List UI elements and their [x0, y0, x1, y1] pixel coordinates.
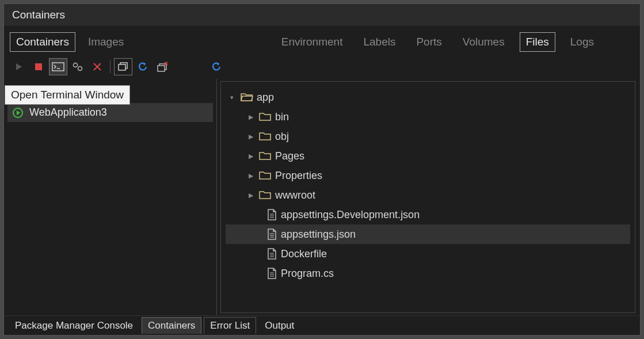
remove-button[interactable]: [88, 58, 106, 75]
tree-file-appsettings-dev[interactable]: appsettings.Development.json: [226, 205, 630, 224]
tree-folder-app[interactable]: ▾ app: [226, 87, 630, 107]
bottom-tab-error-list[interactable]: Error List: [204, 317, 256, 334]
tooltip-open-terminal: Open Terminal Window: [5, 85, 130, 105]
tab-logs[interactable]: Logs: [565, 33, 600, 51]
stop-icon: [35, 63, 43, 71]
view-tabs: Containers Images: [10, 32, 129, 52]
refresh-icon: [137, 61, 148, 73]
file-icon: [267, 209, 277, 220]
expander-icon: ▶: [249, 133, 256, 140]
svg-rect-7: [158, 66, 165, 71]
window-title: Containers: [4, 4, 640, 26]
play-icon: [14, 62, 24, 71]
window-title-text: Containers: [12, 9, 65, 21]
detail-tabs: Environment Labels Ports Volumes Files L…: [276, 32, 634, 52]
tree-folder-bin[interactable]: ▶ bin: [226, 107, 630, 127]
close-icon: [93, 62, 102, 71]
file-icon: [267, 248, 277, 260]
tree-folder-pages[interactable]: ▶ Pages: [226, 146, 630, 166]
container-item[interactable]: WebApplication3: [7, 103, 213, 122]
file-label: Program.cs: [281, 268, 334, 280]
folder-open-icon: [241, 92, 253, 102]
folder-label: wwwroot: [275, 189, 315, 201]
tree-file-program[interactable]: Program.cs: [226, 264, 630, 283]
tabs-row: Containers Images Environment Labels Por…: [4, 26, 640, 55]
bottom-tabs: Package Manager Console Containers Error…: [4, 315, 640, 335]
containers-list-panel: s WebApplication3: [4, 79, 217, 315]
tree-folder-wwwroot[interactable]: ▶ wwwroot: [226, 185, 630, 205]
svg-rect-5: [119, 64, 125, 70]
bottom-tab-containers[interactable]: Containers: [142, 317, 201, 334]
stop-button[interactable]: [29, 58, 48, 75]
gears-icon: [72, 62, 83, 72]
folder-label: obj: [275, 131, 289, 143]
tree-folder-properties[interactable]: ▶ Properties: [226, 166, 630, 185]
toolbar-right: [207, 58, 226, 75]
tab-ports[interactable]: Ports: [410, 33, 447, 51]
expander-icon: ▶: [249, 153, 256, 160]
tab-environment[interactable]: Environment: [276, 33, 349, 51]
toolbar-left: [10, 58, 172, 75]
tree-file-dockerfile[interactable]: Dockerfile: [226, 244, 630, 264]
file-label: appsettings.Development.json: [281, 209, 420, 221]
windows-icon: [117, 62, 129, 72]
expander-icon: ▶: [249, 172, 256, 180]
main-area: s WebApplication3 ▾ app ▶ bin ▶ obj: [4, 79, 640, 315]
prune-icon: [157, 62, 168, 72]
containers-window: Containers Containers Images Environment…: [3, 3, 641, 336]
windows-button[interactable]: [114, 58, 132, 75]
terminal-button[interactable]: [49, 58, 67, 75]
folder-icon: [259, 170, 272, 181]
folder-icon: [259, 112, 272, 122]
running-icon: [12, 107, 24, 119]
svg-point-2: [74, 63, 78, 67]
expander-open-icon: ▾: [230, 94, 237, 101]
bottom-tab-output[interactable]: Output: [258, 317, 300, 334]
tree-folder-obj[interactable]: ▶ obj: [226, 127, 630, 146]
settings-button[interactable]: [68, 58, 87, 75]
folder-icon: [259, 190, 272, 200]
expander-icon: ▶: [249, 192, 256, 199]
tab-labels[interactable]: Labels: [357, 33, 401, 51]
folder-label: bin: [275, 111, 289, 123]
folder-label: app: [257, 92, 274, 104]
tab-files[interactable]: Files: [520, 32, 555, 52]
tab-images[interactable]: Images: [82, 33, 129, 51]
file-label: appsettings.json: [281, 228, 356, 241]
folder-label: Properties: [275, 170, 322, 182]
toolbar-separator: [110, 60, 110, 73]
svg-rect-1: [52, 63, 64, 71]
file-icon: [267, 228, 277, 240]
expander-icon: ▶: [249, 113, 256, 121]
refresh-left-button[interactable]: [134, 58, 152, 75]
tab-volumes[interactable]: Volumes: [457, 33, 510, 51]
folder-icon: [259, 131, 272, 142]
refresh-icon: [211, 61, 222, 73]
file-icon: [267, 268, 277, 279]
refresh-right-button[interactable]: [207, 58, 226, 75]
container-name: WebApplication3: [29, 106, 107, 119]
start-button[interactable]: [10, 58, 28, 75]
tree-file-appsettings[interactable]: appsettings.json: [226, 224, 630, 244]
terminal-icon: [52, 62, 64, 71]
svg-point-3: [78, 67, 82, 71]
folder-label: Pages: [275, 150, 304, 162]
tab-containers[interactable]: Containers: [10, 32, 75, 52]
file-tree-panel: ▾ app ▶ bin ▶ obj ▶ Pages ▶: [220, 81, 635, 313]
file-label: Dockerfile: [281, 248, 327, 260]
prune-button[interactable]: [153, 58, 172, 75]
folder-icon: [259, 151, 272, 161]
svg-rect-0: [35, 63, 42, 70]
bottom-tab-pmc[interactable]: Package Manager Console: [9, 317, 139, 334]
toolbar: [4, 55, 640, 79]
